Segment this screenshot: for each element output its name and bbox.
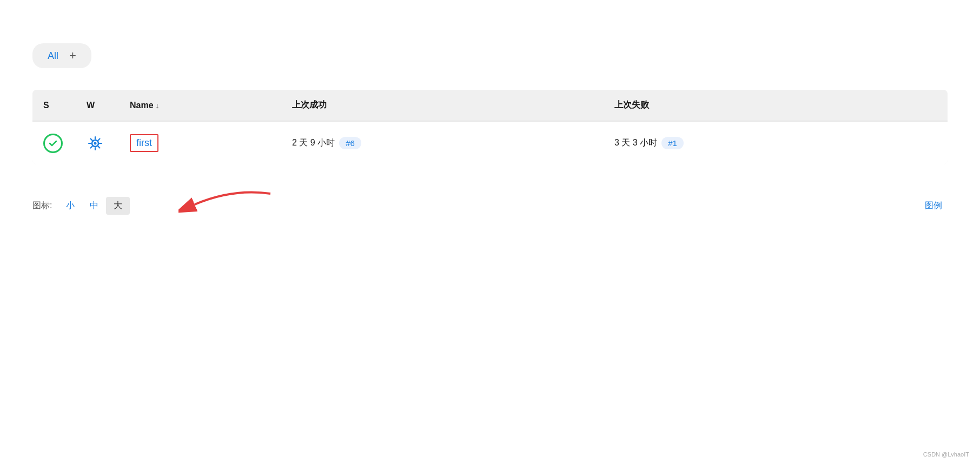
sort-arrow-icon: ↓ bbox=[156, 101, 160, 110]
col-header-w: W bbox=[87, 100, 130, 111]
tab-bar: All + bbox=[32, 43, 948, 68]
jobs-table: S W Name ↓ 上次成功 上次失败 bbox=[32, 90, 948, 164]
last-success-cell: 2 天 9 小时 #6 bbox=[292, 137, 614, 149]
status-success-icon bbox=[43, 134, 63, 153]
add-tab-button[interactable]: + bbox=[69, 49, 76, 63]
name-cell[interactable]: first bbox=[130, 134, 292, 152]
icon-size-label: 图标: bbox=[32, 200, 52, 211]
table-row: first 2 天 9 小时 #6 3 天 3 小时 #1 bbox=[32, 121, 948, 164]
tab-all[interactable]: All + bbox=[32, 43, 91, 68]
size-large-button[interactable]: 大 bbox=[106, 197, 130, 215]
legend-button[interactable]: 图例 bbox=[919, 197, 948, 215]
worker-cell bbox=[87, 135, 130, 152]
svg-point-1 bbox=[94, 142, 97, 144]
watermark: CSDN @LvhaoIT bbox=[923, 451, 969, 458]
tab-all-label: All bbox=[48, 50, 58, 62]
svg-line-7 bbox=[98, 146, 100, 148]
col-header-last-success: 上次成功 bbox=[292, 100, 614, 111]
status-cell bbox=[43, 134, 87, 153]
job-name-link[interactable]: first bbox=[130, 134, 158, 152]
svg-line-8 bbox=[98, 138, 100, 140]
col-header-name[interactable]: Name ↓ bbox=[130, 100, 292, 111]
col-header-s: S bbox=[43, 100, 87, 111]
last-failure-time: 3 天 3 小时 bbox=[614, 137, 657, 149]
size-medium-button[interactable]: 中 bbox=[82, 197, 106, 215]
worker-icon bbox=[87, 135, 104, 152]
last-success-time: 2 天 9 小时 bbox=[292, 137, 335, 149]
last-failure-cell: 3 天 3 小时 #1 bbox=[614, 137, 937, 149]
table-header: S W Name ↓ 上次成功 上次失败 bbox=[32, 90, 948, 121]
svg-line-9 bbox=[91, 146, 92, 148]
svg-line-6 bbox=[91, 138, 92, 140]
last-success-badge[interactable]: #6 bbox=[339, 137, 361, 149]
footer-bar: 图标: 小 中 大 图例 bbox=[32, 191, 948, 220]
last-failure-badge[interactable]: #1 bbox=[661, 137, 684, 149]
col-header-last-failure: 上次失败 bbox=[614, 100, 937, 111]
size-small-button[interactable]: 小 bbox=[58, 197, 82, 215]
icon-size-section: 图标: 小 中 大 bbox=[32, 197, 130, 215]
